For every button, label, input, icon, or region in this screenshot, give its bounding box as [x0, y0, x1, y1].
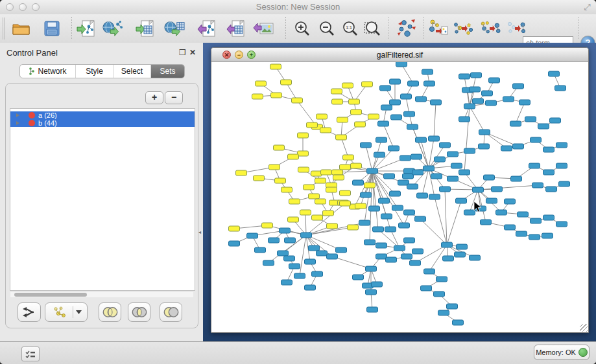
graph-node-blue[interactable]	[459, 117, 470, 122]
graph-node-yellow[interactable]	[342, 83, 353, 88]
graph-node-blue[interactable]	[456, 198, 467, 203]
graph-node-blue[interactable]	[542, 233, 553, 238]
save-session-icon[interactable]	[42, 18, 62, 39]
graph-node-blue[interactable]	[369, 206, 380, 211]
graph-node-blue[interactable]	[447, 304, 458, 309]
graph-node-blue[interactable]	[429, 194, 440, 199]
graph-node-blue[interactable]	[555, 85, 566, 91]
graph-node-blue[interactable]	[374, 152, 385, 157]
graph-node-blue[interactable]	[453, 320, 464, 325]
zoom-in-icon[interactable]	[292, 18, 313, 39]
graph-node-yellow[interactable]	[331, 89, 342, 94]
graph-node-yellow[interactable]	[236, 170, 247, 176]
graph-node-blue[interactable]	[404, 210, 415, 215]
graph-node-yellow[interactable]	[312, 215, 323, 220]
graph-node-blue[interactable]	[442, 242, 453, 247]
graph-node-blue[interactable]	[435, 157, 446, 162]
select-from-selection-icon[interactable]	[480, 18, 501, 39]
task-history-button[interactable]	[21, 347, 40, 361]
graph-node-blue[interactable]	[519, 100, 530, 105]
graph-node-yellow[interactable]	[229, 226, 240, 231]
graph-node-blue[interactable]	[489, 78, 500, 83]
graph-node-blue[interactable]	[455, 252, 466, 257]
graph-node-blue[interactable]	[404, 238, 415, 243]
zoom-out-icon[interactable]	[316, 18, 337, 39]
graph-node-blue[interactable]	[422, 69, 433, 74]
expander-icon[interactable]	[16, 113, 19, 117]
graph-node-blue[interactable]	[301, 233, 312, 238]
graph-node-yellow[interactable]	[274, 145, 285, 150]
sets-list[interactable]: a (26) b (44)	[10, 108, 195, 291]
network-window-titlebar[interactable]: ✕ − + galFiltered.sif	[211, 48, 588, 62]
import-table-file-icon[interactable]	[135, 18, 156, 39]
graph-node-blue[interactable]	[530, 218, 542, 223]
graph-node-blue[interactable]	[403, 174, 414, 179]
zoom-selected-region-icon[interactable]	[362, 18, 383, 39]
graph-node-blue[interactable]	[327, 254, 338, 259]
graph-node-yellow[interactable]	[307, 122, 318, 128]
intersect-sets-button[interactable]	[128, 302, 150, 322]
graph-node-blue[interactable]	[359, 220, 370, 225]
graph-node-blue[interactable]	[556, 142, 567, 148]
expander-icon[interactable]	[16, 121, 19, 125]
graph-node-blue[interactable]	[390, 191, 401, 196]
graph-node-blue[interactable]	[447, 176, 459, 181]
graph-node-blue[interactable]	[543, 170, 554, 175]
graph-node-yellow[interactable]	[271, 93, 282, 98]
graph-node-blue[interactable]	[294, 273, 305, 279]
graph-node-blue[interactable]	[511, 176, 522, 181]
graph-node-yellow[interactable]	[351, 109, 362, 115]
graph-node-blue[interactable]	[501, 146, 512, 151]
graph-node-blue[interactable]	[381, 214, 392, 219]
graph-node-blue[interactable]	[394, 245, 405, 251]
horizontal-scrollbar[interactable]	[10, 292, 193, 297]
graph-node-blue[interactable]	[529, 234, 540, 240]
network-window[interactable]: ✕ − + galFiltered.sif	[211, 47, 589, 333]
graph-node-yellow[interactable]	[298, 133, 309, 138]
graph-node-yellow[interactable]	[321, 170, 332, 175]
graph-node-blue[interactable]	[443, 256, 454, 261]
graph-node-blue[interactable]	[440, 142, 451, 148]
graph-node-blue[interactable]	[353, 180, 364, 185]
graph-node-blue[interactable]	[411, 154, 422, 159]
graph-node-blue[interactable]	[401, 254, 412, 259]
graph-node-blue[interactable]	[361, 192, 372, 198]
graph-node-yellow[interactable]	[269, 165, 280, 170]
graph-node-blue[interactable]	[440, 187, 451, 192]
graph-node-blue[interactable]	[429, 136, 440, 141]
graph-node-blue[interactable]	[459, 74, 470, 79]
graph-node-yellow[interactable]	[292, 98, 303, 103]
graph-node-yellow[interactable]	[316, 114, 328, 119]
dropdown-caret-icon[interactable]	[76, 310, 82, 314]
graph-node-blue[interactable]	[503, 97, 514, 102]
graph-node-blue[interactable]	[424, 81, 435, 86]
graph-node-blue[interactable]	[384, 174, 395, 179]
memory-status-button[interactable]: Memory: OK	[534, 345, 590, 360]
graph-node-yellow[interactable]	[362, 82, 373, 87]
graph-node-blue[interactable]	[543, 215, 554, 220]
fullscreen-icon[interactable]: ⤢	[582, 3, 592, 12]
graph-node-blue[interactable]	[479, 130, 490, 135]
graph-node-blue[interactable]	[400, 155, 411, 161]
graph-node-blue[interactable]	[486, 198, 497, 203]
graph-node-blue[interactable]	[391, 115, 402, 120]
graph-node-blue[interactable]	[543, 147, 554, 152]
graph-node-yellow[interactable]	[351, 163, 362, 168]
graph-node-yellow[interactable]	[327, 223, 338, 229]
graph-node-blue[interactable]	[373, 227, 384, 232]
graph-node-blue[interactable]	[376, 137, 387, 142]
tab-sets[interactable]: Sets	[151, 65, 184, 78]
export-image-icon[interactable]	[253, 18, 274, 39]
graph-node-blue[interactable]	[309, 245, 320, 251]
graph-node-blue[interactable]	[559, 181, 570, 187]
graph-node-blue[interactable]	[385, 227, 396, 232]
graph-node-blue[interactable]	[407, 184, 418, 189]
graph-node-yellow[interactable]	[288, 154, 299, 159]
graph-node-blue[interactable]	[364, 240, 375, 245]
graph-node-yellow[interactable]	[326, 187, 337, 192]
graph-node-blue[interactable]	[457, 244, 468, 249]
export-table-icon[interactable]	[226, 18, 246, 39]
graph-node-yellow[interactable]	[288, 217, 299, 222]
graph-node-blue[interactable]	[336, 247, 347, 253]
graph-node-yellow[interactable]	[252, 94, 263, 99]
